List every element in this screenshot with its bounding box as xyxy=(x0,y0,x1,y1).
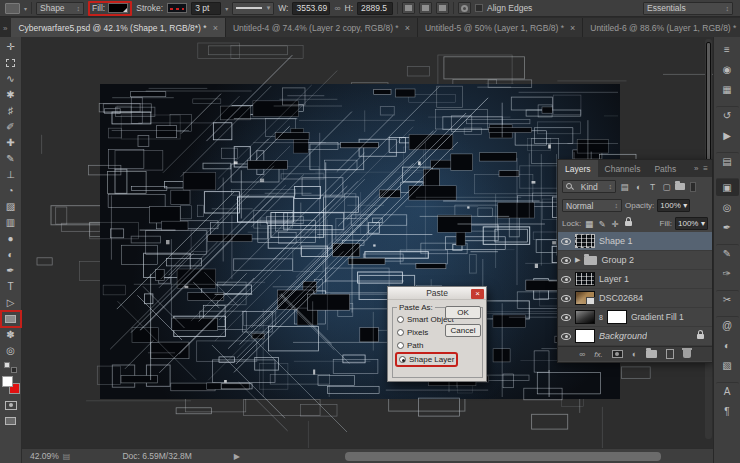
tool-presets-icon[interactable]: ▤ xyxy=(716,152,739,170)
adjustment-layer-icon[interactable]: ◐ xyxy=(632,350,637,359)
tool-preset-icon[interactable] xyxy=(5,3,20,14)
filter-kind-dropdown[interactable]: Kind ↕ xyxy=(562,180,616,193)
eyedropper-tool[interactable]: ✐ xyxy=(1,119,21,135)
link-layers-icon[interactable]: ∞ xyxy=(579,350,585,359)
move-tool[interactable]: ✛ xyxy=(1,39,21,55)
blur-tool[interactable]: ● xyxy=(1,231,21,247)
layer-name[interactable]: Gradient Fill 1 xyxy=(631,312,684,322)
path-operations-icon[interactable] xyxy=(402,2,415,14)
geometry-options-icon[interactable] xyxy=(458,2,471,14)
close-tab-icon[interactable]: × xyxy=(213,23,218,33)
blend-mode-dropdown[interactable]: Normal ↕ xyxy=(562,199,622,212)
delete-layer-icon[interactable] xyxy=(683,350,691,358)
layers-icon[interactable]: ▣ xyxy=(716,178,739,196)
brush-presets-icon[interactable]: ✑ xyxy=(716,264,739,282)
eraser-tool[interactable]: ▨ xyxy=(1,199,21,215)
history-icon[interactable]: ↺ xyxy=(716,106,739,124)
zoom-tool[interactable]: ◎ xyxy=(1,343,21,359)
layer-row-6[interactable]: Background xyxy=(558,327,712,346)
lock-position-icon[interactable]: ✛ xyxy=(610,219,620,229)
visibility-eye-icon[interactable] xyxy=(561,295,571,302)
history-brush-tool[interactable]: ◔ xyxy=(1,183,21,199)
layer-thumbnail[interactable] xyxy=(575,310,595,324)
path-alignment-icon[interactable] xyxy=(419,2,432,14)
clone-stamp-tool[interactable]: ⊥ xyxy=(1,167,21,183)
lock-all-icon[interactable] xyxy=(625,221,632,226)
color-icon[interactable]: ◉ xyxy=(716,60,739,78)
radio-circle-icon[interactable] xyxy=(397,316,404,323)
channels-icon[interactable]: ◎ xyxy=(716,198,739,216)
brush-tool[interactable]: ✎ xyxy=(1,151,21,167)
layer-thumbnail[interactable] xyxy=(575,291,595,305)
swatches-icon[interactable]: ▦ xyxy=(716,80,739,98)
actions-icon[interactable]: ▶ xyxy=(716,126,739,144)
filter-pixel-layers-icon[interactable]: ▤ xyxy=(619,182,630,192)
horizontal-scrollbar-thumb[interactable] xyxy=(345,452,661,461)
hand-tool[interactable]: ✽ xyxy=(1,327,21,343)
type-tool[interactable]: T xyxy=(1,279,21,295)
layer-name[interactable]: Group 2 xyxy=(601,255,634,265)
dialog-close-button[interactable]: × xyxy=(471,289,484,299)
tool-preset-arrow-icon[interactable]: ▾ xyxy=(24,5,27,12)
pen-tool[interactable]: ✒ xyxy=(1,263,21,279)
crop-tool[interactable]: ♯ xyxy=(1,103,21,119)
dodge-tool[interactable]: ◐ xyxy=(1,247,21,263)
lasso-tool[interactable]: ∿ xyxy=(1,71,21,87)
visibility-eye-icon[interactable] xyxy=(561,314,571,321)
filter-adjustment-layers-icon[interactable]: ◐ xyxy=(633,182,644,192)
gradient-tool[interactable]: ▥ xyxy=(1,215,21,231)
visibility-eye-icon[interactable] xyxy=(561,238,571,245)
status-arrow-icon[interactable]: ▶ xyxy=(234,452,240,461)
new-layer-icon[interactable] xyxy=(666,349,674,359)
layer-thumbnail[interactable] xyxy=(575,234,595,248)
visibility-eye-icon[interactable] xyxy=(561,276,571,283)
document-tab-2[interactable]: Untitled-4 @ 74.4% (Layer 2 copy, RGB/8)… xyxy=(226,18,418,37)
path-arrangement-icon[interactable] xyxy=(436,2,449,14)
tab-layers[interactable]: Layers xyxy=(558,160,598,177)
link-dimensions-icon[interactable]: ∞ xyxy=(334,3,340,13)
radio-path[interactable]: Path xyxy=(395,339,458,352)
stroke-width-arrow-icon[interactable]: ▾ xyxy=(225,5,228,12)
screen-mode-button[interactable] xyxy=(1,413,21,429)
height-field[interactable]: 2889.5 xyxy=(357,2,393,15)
layer-row-5[interactable]: 8Gradient Fill 1 xyxy=(558,308,712,327)
paths-icon[interactable]: ✒ xyxy=(716,218,739,236)
healing-brush-tool[interactable]: ✚ xyxy=(1,135,21,151)
layer-effects-icon[interactable]: fx. xyxy=(594,350,602,359)
filter-shape-layers-icon[interactable]: ▢ xyxy=(661,182,672,192)
layer-name[interactable]: Background xyxy=(599,331,647,341)
layer-row-3[interactable]: Layer 1 xyxy=(558,270,712,289)
tool-mode-dropdown[interactable]: Shape ↕ xyxy=(36,2,84,15)
character-icon[interactable]: A xyxy=(716,382,739,400)
close-tab-icon[interactable]: × xyxy=(570,23,575,33)
layer-name[interactable]: Shape 1 xyxy=(599,236,633,246)
visibility-eye-icon[interactable] xyxy=(561,257,571,264)
ok-button[interactable]: OK xyxy=(445,306,481,319)
layer-thumbnail[interactable] xyxy=(575,272,595,286)
radio-shape-layer[interactable]: Shape Layer xyxy=(395,352,458,367)
lock-transparency-icon[interactable]: ▦ xyxy=(584,219,594,229)
filter-type-layers-icon[interactable]: T xyxy=(647,182,658,192)
clone-source-icon[interactable]: ✂ xyxy=(716,290,739,308)
libraries-icon[interactable]: @ xyxy=(716,316,739,334)
stroke-style-dropdown[interactable]: ▾ xyxy=(232,2,274,15)
opacity-dropdown[interactable]: 100% ▾ xyxy=(657,199,690,212)
close-tab-icon[interactable]: × xyxy=(405,23,410,33)
tab-paths[interactable]: Paths xyxy=(647,160,683,177)
color-swatches[interactable] xyxy=(2,376,20,394)
collapse-panel-icon[interactable]: » xyxy=(694,164,698,173)
cancel-button[interactable]: Cancel xyxy=(445,324,481,337)
layer-row-4[interactable]: DSC02684 xyxy=(558,289,712,308)
layer-name[interactable]: Layer 1 xyxy=(599,274,629,284)
stroke-swatch[interactable] xyxy=(167,3,187,13)
document-tab-4[interactable]: Untitled-6 @ 88.6% (Layer 1, RGB/8) *× xyxy=(583,18,740,37)
fill-swatch[interactable] xyxy=(108,3,128,13)
radio-circle-icon[interactable] xyxy=(397,342,404,349)
shape-tool[interactable] xyxy=(1,311,21,327)
lock-paint-icon[interactable]: ✎ xyxy=(597,219,607,229)
visibility-eye-icon[interactable] xyxy=(561,333,571,340)
fill-dropdown[interactable]: 100% ▾ xyxy=(675,217,708,230)
layer-row-1[interactable]: Shape 1 xyxy=(558,232,712,251)
tab-channels[interactable]: Channels xyxy=(598,160,648,177)
radio-circle-icon[interactable] xyxy=(397,329,404,336)
